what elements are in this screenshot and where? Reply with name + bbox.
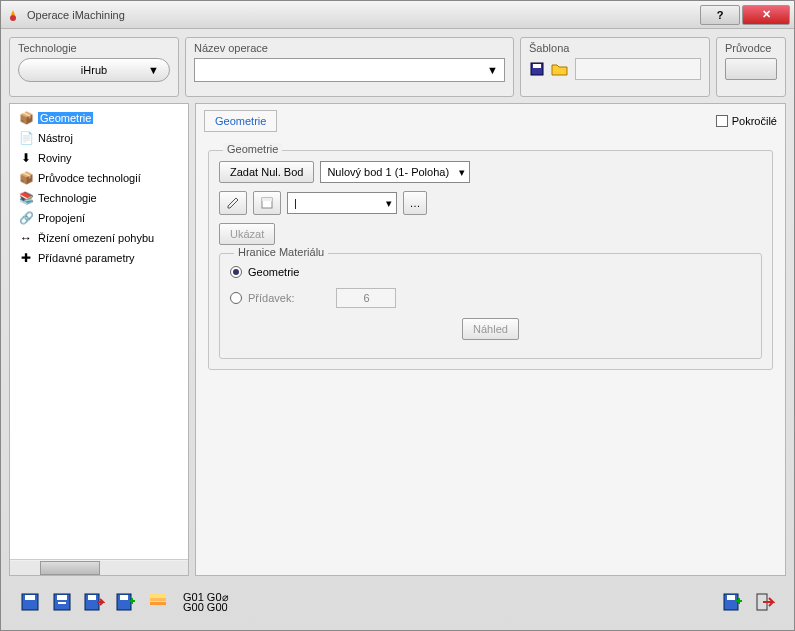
geom-combo[interactable]: | ▾ — [287, 192, 397, 214]
pick-button[interactable] — [253, 191, 281, 215]
svg-point-0 — [10, 15, 16, 21]
radio-pridavek[interactable] — [230, 292, 242, 304]
layers-icon[interactable] — [145, 589, 171, 615]
svg-rect-16 — [150, 594, 166, 597]
geometrie-legend: Geometrie — [223, 143, 282, 155]
checkbox-icon — [716, 115, 728, 127]
ukazat-button[interactable]: Ukázat — [219, 223, 275, 245]
svg-rect-4 — [262, 198, 272, 201]
tree-item[interactable]: 🔗Propojení — [14, 208, 184, 228]
tree-item-icon: ✚ — [18, 250, 34, 266]
save-export-icon[interactable] — [81, 589, 107, 615]
svg-rect-13 — [120, 595, 128, 600]
pruvodce-panel: Průvodce — [716, 37, 786, 97]
sablona-label: Šablona — [529, 42, 701, 54]
tree-item-icon: 📦 — [18, 170, 34, 186]
tree-item-icon: ⬇ — [18, 150, 34, 166]
chevron-down-icon: ▼ — [148, 64, 159, 76]
h-scrollbar[interactable] — [10, 559, 188, 575]
hranice-fieldset: Hranice Materiálu Geometrie Přídavek: 6 … — [219, 253, 762, 359]
tree-item-icon: ↔ — [18, 230, 34, 246]
titlebar: Operace iMachining ? ✕ — [1, 1, 794, 29]
nazev-combo[interactable]: ▼ — [194, 58, 505, 82]
tab-geometrie[interactable]: Geometrie — [204, 110, 277, 132]
technologie-label: Technologie — [18, 42, 170, 54]
footer: G01 G0⌀ G00 G00 — [9, 582, 786, 622]
nulovy-bod-value: Nulový bod 1 (1- Poloha) — [327, 166, 449, 178]
radio-geometrie-label: Geometrie — [248, 266, 299, 278]
hranice-legend: Hranice Materiálu — [234, 246, 328, 258]
tree-item-label: Technologie — [38, 192, 97, 204]
top-panels: Technologie iHrub ▼ Název operace ▼ Šabl… — [9, 37, 786, 97]
svg-rect-9 — [58, 602, 66, 604]
window: Operace iMachining ? ✕ Technologie iHrub… — [0, 0, 795, 631]
pokrocile-label: Pokročilé — [732, 115, 777, 127]
tree-item[interactable]: 📦Geometrie — [14, 108, 184, 128]
tree-item[interactable]: ↔Řízení omezení pohybu — [14, 228, 184, 248]
close-button[interactable]: ✕ — [742, 5, 790, 25]
form: Geometrie Zadat Nul. Bod Nulový bod 1 (1… — [196, 138, 785, 378]
tree-item-icon: 🔗 — [18, 210, 34, 226]
nahled-button[interactable]: Náhled — [462, 318, 519, 340]
save-plus-icon[interactable] — [720, 589, 746, 615]
pokrocile-checkbox[interactable]: Pokročilé — [716, 115, 777, 127]
pruvodce-toggle[interactable] — [725, 58, 777, 80]
tree-item-icon: 📚 — [18, 190, 34, 206]
tree-item[interactable]: ⬇Roviny — [14, 148, 184, 168]
tree-item-label: Geometrie — [38, 112, 93, 124]
exit-icon[interactable] — [752, 589, 778, 615]
chevron-down-icon: ▾ — [459, 166, 465, 179]
technologie-panel: Technologie iHrub ▼ — [9, 37, 179, 97]
technologie-dropdown[interactable]: iHrub ▼ — [18, 58, 170, 82]
save-icon[interactable] — [17, 589, 43, 615]
zadat-nul-bod-button[interactable]: Zadat Nul. Bod — [219, 161, 314, 183]
content: Technologie iHrub ▼ Název operace ▼ Šabl… — [1, 29, 794, 630]
gcode-text: G01 G0⌀ G00 G00 — [183, 592, 229, 612]
right-top: Geometrie Pokročilé — [196, 104, 785, 138]
chevron-down-icon: ▾ — [386, 197, 392, 210]
svg-rect-11 — [88, 595, 96, 600]
tree-item-label: Průvodce technologií — [38, 172, 141, 184]
edit-button[interactable] — [219, 191, 247, 215]
pruvodce-label: Průvodce — [725, 42, 777, 54]
svg-rect-8 — [57, 595, 67, 600]
caret-icon: | — [294, 197, 297, 209]
tree-item-label: Přídavné parametry — [38, 252, 135, 264]
chevron-down-icon: ▼ — [487, 64, 498, 76]
svg-rect-14 — [150, 602, 166, 605]
svg-rect-15 — [150, 598, 166, 601]
main-area: 📦Geometrie📄Nástroj⬇Roviny📦Průvodce techn… — [9, 103, 786, 576]
nazev-panel: Název operace ▼ — [185, 37, 514, 97]
app-icon — [5, 7, 21, 23]
radio-geometrie[interactable] — [230, 266, 242, 278]
svg-rect-2 — [533, 64, 541, 68]
tree-item[interactable]: 📦Průvodce technologií — [14, 168, 184, 188]
browse-button[interactable]: … — [403, 191, 427, 215]
sablona-panel: Šablona — [520, 37, 710, 97]
nulovy-bod-combo[interactable]: Nulový bod 1 (1- Poloha) ▾ — [320, 161, 470, 183]
tree-item-icon: 📦 — [18, 110, 34, 126]
scroll-thumb[interactable] — [40, 561, 100, 575]
tree-panel: 📦Geometrie📄Nástroj⬇Roviny📦Průvodce techn… — [9, 103, 189, 576]
save-list-icon[interactable] — [49, 589, 75, 615]
sablona-field[interactable] — [575, 58, 701, 80]
tree-item-label: Nástroj — [38, 132, 73, 144]
tree-item-label: Propojení — [38, 212, 85, 224]
help-button[interactable]: ? — [700, 5, 740, 25]
save-add-icon[interactable] — [113, 589, 139, 615]
tree-item-icon: 📄 — [18, 130, 34, 146]
svg-rect-18 — [727, 595, 735, 600]
radio-pridavek-label: Přídavek: — [248, 292, 294, 304]
window-title: Operace iMachining — [27, 9, 698, 21]
tree-item[interactable]: 📚Technologie — [14, 188, 184, 208]
open-icon[interactable] — [551, 62, 569, 76]
tree-item[interactable]: 📄Nástroj — [14, 128, 184, 148]
pridavek-field: 6 — [336, 288, 396, 308]
tree-item-label: Řízení omezení pohybu — [38, 232, 154, 244]
right-panel: Geometrie Pokročilé Geometrie Zadat Nul.… — [195, 103, 786, 576]
nazev-label: Název operace — [194, 42, 505, 54]
geometrie-fieldset: Geometrie Zadat Nul. Bod Nulový bod 1 (1… — [208, 150, 773, 370]
tree-item[interactable]: ✚Přídavné parametry — [14, 248, 184, 268]
technologie-value: iHrub — [81, 64, 107, 76]
save-icon[interactable] — [529, 61, 545, 77]
